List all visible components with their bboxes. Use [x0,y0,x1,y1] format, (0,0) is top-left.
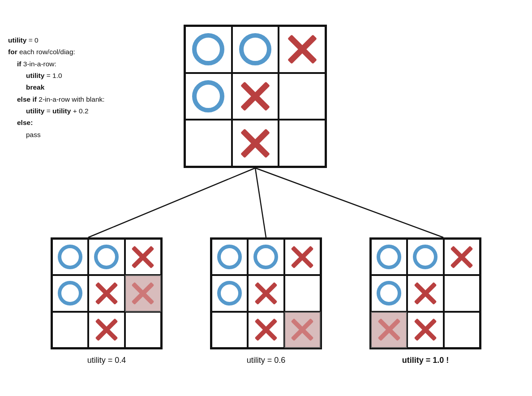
board-cell [88,239,124,275]
x-symbol [131,282,154,305]
svg-line-0 [88,168,255,237]
utility-label-3: utility = 1.0 ! [402,356,449,365]
board-cell [232,73,279,120]
main-board-grid [184,25,327,168]
board-cell [248,275,284,311]
rule-line-1: utility = 0 [8,34,183,46]
child-boards-container: utility = 0.4 utility = 0.6 utility = 1.… [0,237,532,365]
board-cell [232,26,279,73]
utility-label-2: utility = 0.6 [247,356,286,365]
rule-line-7: utility = utility + 0.2 [8,105,183,117]
rule-line-5: break [8,82,183,93]
board-cell [185,26,232,73]
child-board-2 [210,237,322,349]
o-symbol [377,245,401,269]
rule-line-2: for each row/col/diag: [8,46,183,58]
x-symbol [240,128,271,159]
board-cell [279,120,326,167]
board-cell [371,239,407,275]
rule-line-3: if 3-in-a-row: [8,58,183,70]
board-cell [125,275,161,311]
board-cell [279,73,326,120]
x-symbol [131,245,154,269]
board-cell [125,312,161,348]
o-symbol [253,245,278,269]
board-cell [444,275,480,311]
x-symbol [378,318,401,341]
o-symbol [192,80,224,112]
board-cell [211,275,248,311]
board-cell [125,239,161,275]
page-title [0,0,532,13]
child-board-1-wrapper: utility = 0.4 [51,237,163,365]
board-cell [284,239,321,275]
rule-line-4: utility = 1.0 [8,70,183,82]
main-board [184,25,327,168]
o-symbol [58,245,82,269]
x-symbol [254,282,278,305]
board-cell [407,275,443,311]
board-cell [88,312,124,348]
o-symbol [192,33,224,65]
utility-rule-panel: utility = 0 for each row/col/diag: if 3-… [8,34,183,141]
board-cell [211,239,248,275]
board-cell [52,239,88,275]
rule-line-6: else if 2-in-a-row with blank: [8,94,183,105]
rule-line-9: pass [8,129,183,141]
board-cell [371,275,407,311]
board-cell [232,120,279,167]
board-cell [185,120,232,167]
o-symbol [94,245,119,269]
board-cell [407,312,443,348]
x-symbol [291,318,314,341]
board-cell [52,312,88,348]
x-symbol [240,81,271,112]
o-symbol [58,281,82,306]
board-cell [185,73,232,120]
board-cell [52,275,88,311]
o-symbol [239,33,271,65]
x-symbol [414,282,437,305]
board-cell [248,239,284,275]
x-symbol [414,318,437,341]
x-symbol [291,245,314,269]
child-board-2-wrapper: utility = 0.6 [210,237,322,365]
board-cell [248,312,284,348]
o-symbol [217,281,242,306]
svg-line-2 [255,168,443,237]
x-symbol [287,34,318,65]
utility-label-1: utility = 0.4 [87,356,126,365]
rule-line-8: else: [8,117,183,129]
x-symbol [450,245,473,269]
board-cell [279,26,326,73]
board-cell [444,312,480,348]
o-symbol [413,245,438,269]
board-cell [407,239,443,275]
board-cell [444,239,480,275]
board-cell [88,275,124,311]
board-cell [284,312,321,348]
child-board-3 [369,237,481,349]
child-board-1 [51,237,163,349]
svg-line-1 [255,168,266,237]
board-cell [371,312,407,348]
board-cell [211,312,248,348]
board-cell [284,275,321,311]
o-symbol [377,281,401,306]
o-symbol [217,245,242,269]
x-symbol [95,282,118,305]
x-symbol [254,318,278,341]
x-symbol [95,318,118,341]
child-board-3-wrapper: utility = 1.0 ! [369,237,481,365]
